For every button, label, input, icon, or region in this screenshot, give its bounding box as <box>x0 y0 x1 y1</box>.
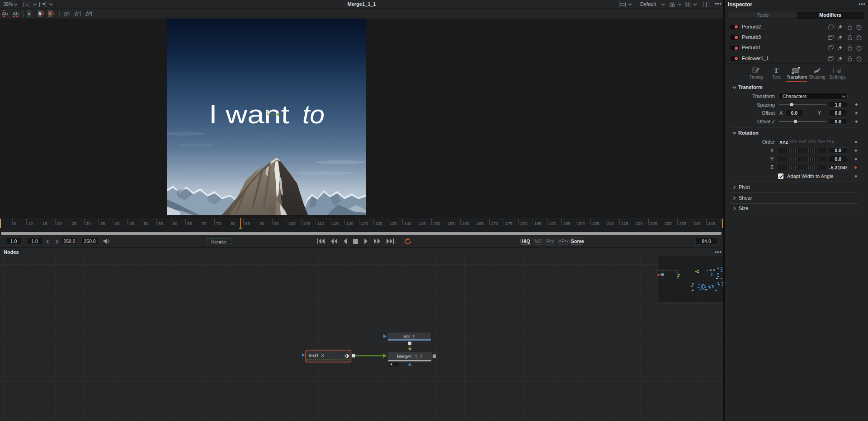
svg-text:to: to <box>302 100 325 129</box>
svg-text:BG_1: BG_1 <box>403 334 415 339</box>
svg-text:Merge1_1_1: Merge1_1_1 <box>397 354 423 359</box>
svg-text:Text1_3: Text1_3 <box>308 353 324 358</box>
svg-text:T: T <box>774 66 779 74</box>
